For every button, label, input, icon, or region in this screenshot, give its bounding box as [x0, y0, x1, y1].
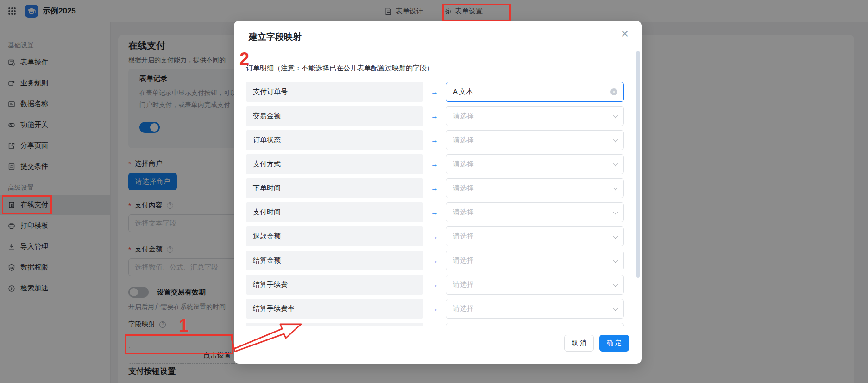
modal-scrollbar-thumb[interactable] [636, 51, 640, 278]
field-mapping-modal: 建立字段映射 × 订单明细（注意：不能选择已在公开表单配置过映射的字段） 支付订… [234, 21, 642, 364]
clear-icon[interactable]: × [610, 88, 617, 95]
modal-subtitle: 订单明细（注意：不能选择已在公开表单配置过映射的字段） [246, 64, 434, 73]
mapping-target-select[interactable]: 请选择 [446, 226, 624, 246]
mapping-source-field: 结算金额 [246, 251, 423, 270]
mapping-target-select[interactable]: 请选择 [446, 130, 624, 150]
chevron-down-icon [613, 161, 618, 166]
arrow-right-icon: → [423, 202, 446, 222]
mapping-target-select[interactable]: 请选择 [446, 154, 624, 174]
arrow-right-icon: → [423, 226, 446, 246]
mapping-source-field: 交易金额 [246, 106, 423, 126]
chevron-down-icon [613, 305, 618, 310]
annotation-step-2: 2 [239, 50, 249, 68]
mapping-row: 支付方式 → 请选择 [246, 154, 624, 174]
chevron-down-icon [613, 281, 618, 286]
arrow-right-icon: → [423, 130, 446, 150]
mapping-target-select[interactable]: A 文本 × [446, 82, 624, 102]
mapping-source-field: 支付时间 [246, 202, 423, 222]
mapping-row: 下单时间 → 请选择 [246, 178, 624, 198]
mapping-target-select[interactable]: 请选择 [446, 106, 624, 126]
modal-title: 建立字段映射 [249, 31, 302, 43]
arrow-right-icon: → [423, 106, 446, 126]
mapping-row: 结算金额 → 请选择 [246, 251, 624, 270]
cancel-button[interactable]: 取 消 [564, 335, 594, 352]
mapping-row: 交易金额 → 请选择 [246, 106, 624, 126]
arrow-right-icon: → [423, 251, 446, 270]
chevron-down-icon [613, 137, 618, 142]
annotation-arrow [231, 319, 305, 356]
mapping-row: 支付时间 → 请选择 [246, 202, 624, 222]
mapping-row: 结算手续费 → 请选择 [246, 275, 624, 295]
arrow-right-icon: → [423, 299, 446, 319]
arrow-right-icon: → [423, 275, 446, 295]
mapping-row: 支付订单号 → A 文本 × [246, 82, 624, 102]
mapping-row: 退款金额 → 请选择 [246, 226, 624, 246]
annotation-step-1: 1 [179, 317, 189, 334]
arrow-right-icon [423, 323, 446, 326]
mapping-source-field: 退款金额 [246, 226, 423, 246]
mapping-row: 订单状态 → 请选择 [246, 130, 624, 150]
chevron-down-icon [613, 185, 618, 190]
mapping-source-field: 支付订单号 [246, 82, 423, 102]
mapping-source-field: 结算手续费 [246, 275, 423, 295]
mapping-source-field: 支付方式 [246, 154, 423, 174]
mapping-rows: 支付订单号 → A 文本 × 交易金额 → 请选择 订单状态 → 请选择 支付 [246, 82, 624, 326]
chevron-down-icon [613, 257, 618, 262]
mapping-target-select[interactable] [446, 323, 624, 326]
mapping-target-select[interactable]: 请选择 [446, 202, 624, 222]
mapping-target-select[interactable]: 请选择 [446, 275, 624, 295]
chevron-down-icon [613, 113, 618, 118]
close-icon[interactable]: × [617, 26, 632, 41]
annotation-box-click-setup [125, 334, 233, 354]
arrow-right-icon: → [423, 178, 446, 198]
mapping-target-select[interactable]: 请选择 [446, 251, 624, 270]
chevron-down-icon [613, 233, 618, 238]
annotation-box-form-settings-tab [442, 4, 511, 21]
mapping-source-field: 结算手续费率 [246, 299, 423, 319]
mapping-row: 结算手续费率 → 请选择 [246, 299, 624, 319]
arrow-right-icon: → [423, 154, 446, 174]
mapping-target-select[interactable]: 请选择 [446, 299, 624, 319]
chevron-down-icon [613, 209, 618, 214]
confirm-button[interactable]: 确 定 [599, 335, 629, 352]
annotation-box-online-payment-item [2, 195, 52, 214]
mapping-target-select[interactable]: 请选择 [446, 178, 624, 198]
mapping-source-field: 订单状态 [246, 130, 423, 150]
mapping-source-field: 下单时间 [246, 178, 423, 198]
arrow-right-icon: → [423, 82, 446, 102]
